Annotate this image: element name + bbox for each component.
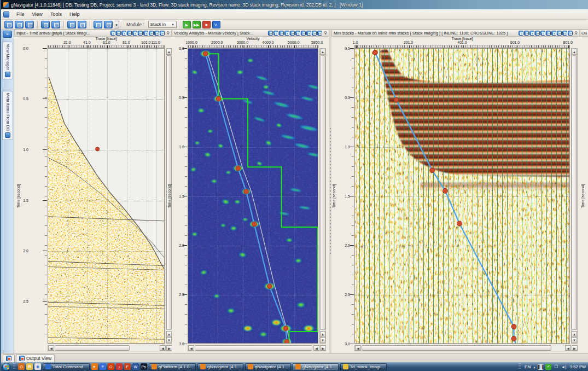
taskbar-window-button[interactable]: gPlatform [4.1.0...: [149, 363, 196, 370]
scroll-arrow[interactable]: ◀: [355, 345, 361, 351]
mini-stacks-plot[interactable]: [354, 48, 570, 344]
event-pick-point[interactable]: [394, 97, 399, 102]
toolbar-nav-forward-button[interactable]: [67, 21, 76, 28]
pin-icon[interactable]: ⚲: [166, 31, 170, 36]
panel-pan-button[interactable]: [138, 31, 143, 36]
horizontal-scrollbar[interactable]: ◀◀▶: [48, 345, 172, 351]
panel-fit-button[interactable]: [540, 31, 545, 36]
pin-icon[interactable]: ⚲: [574, 31, 578, 36]
panel-maximize-button[interactable]: [317, 31, 322, 36]
folder-icon[interactable]: ▤: [26, 363, 33, 370]
output-view-tab[interactable]: Output View: [16, 354, 55, 362]
toolbar-stop-button[interactable]: ■: [202, 21, 211, 28]
scroll-arrow[interactable]: ▲: [572, 49, 577, 55]
event-pick-point[interactable]: [443, 188, 448, 193]
panel-fit-button[interactable]: [132, 31, 137, 36]
velocity-pick-point[interactable]: [283, 326, 288, 331]
panel-zoom-in-button[interactable]: [529, 31, 534, 36]
scroll-arrow[interactable]: ◀: [565, 345, 571, 351]
scroll-arrow[interactable]: ▲: [572, 331, 577, 337]
menu-file[interactable]: File: [13, 10, 28, 18]
panel-header[interactable]: Velocity Analysis - Manual velocity [ St…: [172, 30, 329, 37]
taskbar-window-button[interactable]: gNavigator [4.1...: [197, 363, 243, 370]
velocity-pick-point[interactable]: [236, 166, 241, 171]
velocity-pick-point[interactable]: [252, 222, 257, 227]
panel-sync-button[interactable]: [110, 31, 115, 36]
scroll-arrow[interactable]: ▶: [572, 345, 578, 351]
menu-tools[interactable]: Tools: [46, 10, 66, 18]
panel-maximize-button[interactable]: [568, 31, 573, 36]
scroll-arrow[interactable]: ▶: [320, 345, 326, 351]
panel-zoom-out-button[interactable]: [127, 31, 132, 36]
toolbar-layout-switch-button[interactable]: [104, 21, 113, 28]
scroll-arrow[interactable]: ◀: [160, 345, 166, 351]
toolbar-new-view-button[interactable]: [4, 21, 13, 28]
clock[interactable]: 3:52 PM: [569, 364, 586, 369]
panel-dock-button[interactable]: [562, 31, 567, 36]
scroll-arrow[interactable]: ▼: [572, 337, 577, 343]
scroll-arrow[interactable]: ▲: [320, 331, 325, 337]
menu-view[interactable]: View: [28, 10, 46, 18]
panel-dock-button[interactable]: [154, 31, 159, 36]
panel-settings-button[interactable]: [524, 31, 529, 36]
event-pick-point[interactable]: [511, 324, 516, 329]
tray-updates-icon[interactable]: ✓: [545, 364, 551, 370]
taskbar-window-button[interactable]: gNavigator [4.1...: [245, 363, 291, 370]
scroll-arrow[interactable]: ▲: [320, 49, 325, 55]
sidebar-tab-meta-items[interactable]: Meta Items From DB: [2, 91, 13, 140]
panel-zoom-out-button[interactable]: [284, 31, 289, 36]
module-select[interactable]: Stack in ▼: [148, 21, 177, 28]
powerpoint-icon[interactable]: P: [124, 363, 131, 370]
menu-app-icon[interactable]: [3, 11, 9, 18]
panel-crosshair-button[interactable]: [551, 31, 556, 36]
scroll-thumb[interactable]: [572, 55, 577, 330]
panel-pan-button[interactable]: [295, 31, 300, 36]
seismic-trace-plot[interactable]: [48, 48, 165, 344]
toolbar-link-views-button[interactable]: [25, 21, 34, 28]
tray-usb-icon[interactable]: ▌▐: [538, 364, 544, 370]
velocity-pick-point[interactable]: [244, 189, 249, 194]
panel-snapshot-button[interactable]: [306, 31, 311, 36]
panel-zoom-out-button[interactable]: [535, 31, 540, 36]
vertical-scrollbar[interactable]: ▲▲▼: [571, 48, 578, 344]
pin-icon[interactable]: ⚲: [324, 31, 327, 36]
office-icon[interactable]: O: [108, 363, 114, 370]
toolbar-nav-back-button[interactable]: [51, 21, 60, 28]
language-indicator[interactable]: EN: [525, 364, 531, 369]
velocity-pick-point[interactable]: [284, 339, 289, 343]
start-button[interactable]: [2, 363, 10, 371]
panel-header[interactable]: Mini stacks - Manual on inline mini stac…: [331, 30, 580, 37]
view-tab-collapsed[interactable]: [3, 354, 15, 362]
tray-volume-icon[interactable]: ◄): [561, 364, 567, 370]
velocity-pick-point[interactable]: [267, 284, 272, 289]
media-player-icon[interactable]: ▸: [91, 363, 98, 370]
scroll-arrow[interactable]: ◀: [48, 345, 54, 351]
taskbar-window-button[interactable]: 3d_stack_imagi...: [340, 363, 387, 370]
toolbar-refresh-view-button[interactable]: [78, 21, 86, 28]
title-bar[interactable]: gNavigator [4.1.0.11846] [ DB: Testing D…: [1, 0, 588, 9]
scroll-thumb[interactable]: [55, 345, 130, 351]
panel-zoom-in-button[interactable]: [279, 31, 284, 36]
panel-sync-button[interactable]: [268, 31, 273, 36]
scroll-arrow[interactable]: ◀: [313, 345, 319, 351]
taskbar-window-button[interactable]: gNavigator [4.1...: [293, 363, 339, 370]
toolbar-run-all-button[interactable]: ▶▶: [193, 21, 201, 28]
panel-crosshair-button[interactable]: [301, 31, 306, 36]
toolbar-close-view-button[interactable]: [94, 21, 102, 28]
horizontal-scrollbar[interactable]: ◀◀▶: [188, 345, 326, 351]
panel-settings-button[interactable]: [116, 31, 121, 36]
sidebar-tab-view-manager[interactable]: View Manager: [2, 42, 13, 79]
panel-pan-button[interactable]: [546, 31, 551, 36]
word-icon[interactable]: W: [132, 363, 139, 370]
event-pick-point[interactable]: [372, 50, 377, 55]
event-pick-point[interactable]: [511, 336, 516, 341]
panel-header[interactable]: Ou: [580, 30, 588, 37]
scroll-thumb[interactable]: [320, 55, 325, 330]
scroll-arrow[interactable]: ▼: [320, 337, 325, 343]
taskbar-window-button[interactable]: Total Command...: [43, 363, 90, 370]
panel-snapshot-button[interactable]: [557, 31, 562, 36]
velocity-pick-point[interactable]: [216, 96, 221, 101]
panel-maximize-button[interactable]: [160, 31, 165, 36]
event-pick-point[interactable]: [457, 221, 462, 226]
tray-expand-arrow[interactable]: ▴: [533, 365, 535, 369]
